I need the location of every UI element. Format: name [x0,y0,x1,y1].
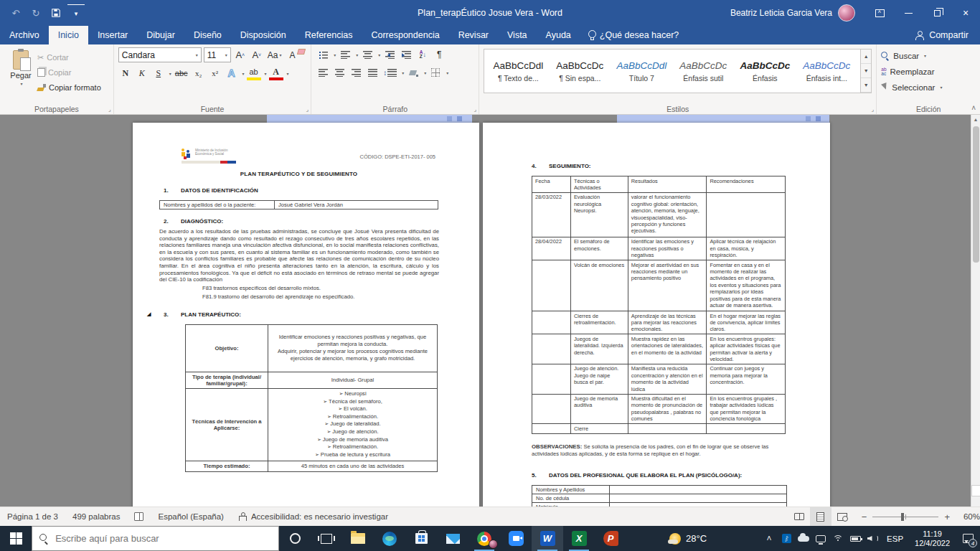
grow-font-button[interactable]: A˄ [233,48,248,62]
strikethrough-button[interactable]: abc [174,66,189,80]
tab-archivo[interactable]: Archivo [0,26,49,44]
styles-dialog-launcher-icon[interactable]: ⌟ [872,106,875,113]
paragraph-dialog-launcher-icon[interactable]: ⌟ [474,106,477,113]
task-view-button[interactable] [311,526,342,551]
collapse-ribbon-icon[interactable]: ˄ [971,104,976,112]
word-count[interactable]: 499 palabras [65,507,128,526]
tab-vista[interactable]: Vista [498,26,537,44]
qat-customize-icon[interactable]: ▾ [67,4,85,22]
change-case-button[interactable]: Aa▾ [266,48,283,62]
shrink-font-button[interactable]: A˅ [250,48,264,62]
language-indicator[interactable]: Español (España) [151,507,230,526]
document-scrollbar[interactable]: ▲ [971,115,980,507]
styles-scroll-up-icon[interactable]: ▲ [861,50,871,64]
multilevel-list-button[interactable] [360,47,374,62]
clock[interactable]: 11:19 12/4/2022 [909,529,956,548]
file-explorer-button[interactable] [342,526,374,551]
web-layout-button[interactable] [831,507,853,526]
find-button[interactable]: Buscar▾ [881,49,976,62]
shading-button[interactable] [406,65,420,80]
minimize-button[interactable] [894,0,923,26]
style-titulo-7[interactable]: AaBbCcDdl Título 7 [611,51,672,91]
volume-icon[interactable] [864,526,881,551]
tab-insertar[interactable]: Insertar [88,26,137,44]
display-connect-icon[interactable] [812,526,829,551]
justify-button[interactable] [365,65,380,80]
bluetooth-icon[interactable]: ᛒ [778,526,795,551]
scroll-up-icon[interactable]: ▲ [971,115,980,124]
tray-chevron-icon[interactable]: ˄ [760,526,778,551]
cortana-button[interactable] [279,526,311,551]
weather-widget[interactable]: 28°C [661,533,715,545]
font-family-combobox[interactable]: Candara▾ [118,47,202,62]
tab-inicio[interactable]: Inicio [49,26,88,44]
style-enfasis-sutil[interactable]: AaBbCcDc Énfasis sutil [672,51,734,91]
style-texto-de[interactable]: AaBbCcDdl ¶ Texto de... [487,51,549,91]
zoom-slider[interactable] [872,517,938,517]
style-enfasis-intenso[interactable]: AaBbCcDc Énfasis int... [796,51,857,91]
subscript-button[interactable]: x₂ [192,66,206,80]
powerpoint-button[interactable]: P [595,526,626,551]
share-button[interactable]: Compartir [903,26,980,44]
page-indicator[interactable]: Página 1 de 3 [0,507,65,526]
bullets-button[interactable] [316,47,330,62]
sort-button[interactable]: AZ↓ [415,47,430,62]
proofing-button[interactable] [127,507,151,526]
styles-scroll-down-icon[interactable]: ▼ [861,64,871,78]
tab-dibujar[interactable]: Dibujar [137,26,184,44]
battery-icon[interactable] [847,526,864,551]
underline-button[interactable]: S [151,66,166,80]
account-name[interactable]: Beatriz Leticia Garcia Vera [730,8,832,18]
redo-icon[interactable]: ↻ [27,4,44,22]
onedrive-icon[interactable] [795,526,812,551]
superscript-button[interactable]: x² [208,66,222,80]
tab-ayuda[interactable]: Ayuda [537,26,580,44]
notification-center-button[interactable]: 4 [956,526,980,551]
wifi-icon[interactable] [829,526,847,551]
style-enfasis[interactable]: AaBbCcDc Énfasis [734,51,796,91]
clear-formatting-button[interactable]: A [286,48,300,62]
tab-correspondencia[interactable]: Correspondencia [362,26,448,44]
store-button[interactable] [405,526,437,551]
scrollbar-thumb[interactable] [973,126,979,263]
paste-button[interactable]: Pegar ▾ [4,47,37,101]
zoom-out-button[interactable]: − [862,512,867,522]
keyboard-language[interactable]: ESP [881,534,909,543]
replace-button[interactable]: abacReemplazar [881,65,976,78]
undo-icon[interactable]: ↶ [7,4,24,22]
collapse-triangle-icon[interactable]: ◢ [147,311,151,317]
ribbon-display-options-icon[interactable] [865,0,894,26]
chrome-button[interactable] [468,526,500,551]
line-spacing-button[interactable]: ↕ [382,65,398,80]
accessibility-status[interactable]: Accesibilidad: es necesario investigar [231,507,395,526]
tab-referencias[interactable]: Referencias [296,26,362,44]
excel-button[interactable]: X [563,526,595,551]
font-color-button[interactable]: A [269,66,283,80]
numbering-button[interactable] [338,47,352,62]
print-layout-button[interactable] [810,507,831,526]
font-size-combobox[interactable]: 11▾ [204,47,231,62]
avatar[interactable] [838,4,855,22]
restore-button[interactable] [923,0,951,26]
save-icon[interactable] [47,4,65,22]
tab-revisar[interactable]: Revisar [449,26,498,44]
styles-more-icon[interactable]: ▼ [861,78,871,93]
font-dialog-launcher-icon[interactable]: ⌟ [306,106,309,113]
zoom-app-button[interactable] [500,526,532,551]
zoom-in-button[interactable]: + [944,512,950,522]
copy-button[interactable]: Copiar [37,66,101,79]
search-input[interactable] [54,532,271,545]
style-sin-espaciado[interactable]: AaBbCcDc ¶ Sin espa... [549,51,611,91]
align-center-button[interactable] [332,65,347,80]
start-button[interactable] [0,526,32,551]
word-button[interactable]: W [532,526,563,551]
cut-button[interactable]: ✂Cortar [37,51,101,64]
zoom-slider-thumb[interactable] [901,513,904,521]
italic-button[interactable]: K [135,66,149,80]
align-left-button[interactable] [316,65,330,80]
document-page-2[interactable]: 4.SEGUIMIENTO: Fecha Técnicas o Activida… [483,123,830,507]
bold-button[interactable]: N [118,66,133,80]
mail-button[interactable] [437,526,468,551]
decrease-indent-button[interactable] [382,47,397,62]
taskbar-search[interactable] [32,526,279,551]
